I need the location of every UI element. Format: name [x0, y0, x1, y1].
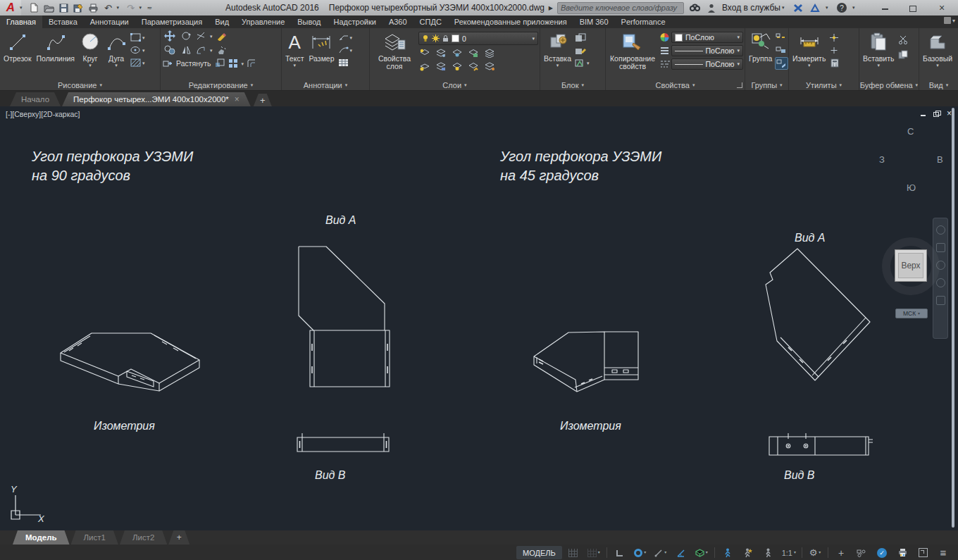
save-as-button[interactable]	[73, 2, 85, 13]
scale-icon[interactable]	[213, 58, 225, 69]
layer-lock-tool-icon[interactable]	[467, 47, 479, 58]
copy-clip-icon[interactable]	[897, 49, 909, 60]
doc-minimize-icon[interactable]	[920, 111, 927, 117]
viewcube-south[interactable]: Ю	[907, 182, 916, 193]
restore-button[interactable]	[909, 4, 919, 12]
layer-select-combo[interactable]: 0 ▾	[418, 32, 538, 45]
app-store-dropdown-icon[interactable]: ▾	[826, 5, 831, 11]
new-drawing-tab-button[interactable]: +	[254, 94, 272, 106]
application-menu-arrow-icon[interactable]: ▾	[20, 5, 23, 11]
rotate-icon[interactable]	[180, 30, 192, 42]
workspace-switching-button[interactable]: ⚙▾	[806, 546, 824, 559]
layout-tab-list1[interactable]: Лист1	[71, 530, 118, 545]
infer-constraints-button[interactable]	[611, 546, 629, 559]
fillet-dropdown-icon[interactable]: ▾	[210, 48, 213, 53]
autodesk-exchange-icon[interactable]	[792, 2, 804, 13]
leader-dropdown-icon[interactable]: ▾	[350, 35, 353, 40]
isodraft-button[interactable]: ▾	[692, 546, 711, 559]
ribbon-minimize-icon[interactable]	[944, 17, 951, 24]
panel-label-block[interactable]: Блок▾	[540, 80, 605, 90]
tab-vyvod[interactable]: Вывод	[291, 15, 327, 28]
measure-dropdown-icon[interactable]: ▾	[808, 63, 811, 68]
insert-block-button[interactable]: Вставка ▾	[542, 30, 573, 68]
dynamic-input-button[interactable]: ▾	[631, 546, 649, 559]
insert-block-dropdown-icon[interactable]: ▾	[556, 63, 559, 68]
canvas-scroll-strip[interactable]	[952, 108, 954, 528]
isodraft-dropdown-icon[interactable]: ▾	[706, 550, 708, 555]
layer-combo-arrow-icon[interactable]: ▾	[532, 36, 535, 42]
arc-dropdown-icon[interactable]: ▾	[115, 63, 118, 68]
graphics-performance-button[interactable]: ✓	[873, 546, 891, 559]
layer-color-swatch[interactable]	[452, 35, 459, 42]
ortho-mode-button[interactable]: ▾	[652, 546, 670, 559]
layer-freeze-tool-icon[interactable]	[451, 47, 463, 58]
layout-tab-list2[interactable]: Лист2	[120, 530, 167, 545]
copy-icon[interactable]	[162, 44, 178, 56]
ellipse-dropdown-icon[interactable]: ▾	[142, 48, 145, 53]
tab-vstavka[interactable]: Вставка	[42, 15, 84, 28]
mleader-icon[interactable]	[337, 44, 349, 56]
viewcube-wcs-menu[interactable]: МСК▾	[895, 309, 928, 318]
layer-make-current-icon[interactable]	[418, 61, 430, 72]
nav-pan-icon[interactable]	[936, 243, 945, 252]
help-search-input[interactable]	[557, 2, 684, 14]
layer-lock-icon[interactable]	[442, 35, 449, 42]
drawing-view-a-45[interactable]	[757, 244, 873, 385]
layer-freeze-icon[interactable]	[432, 35, 440, 42]
base-view-dropdown-icon[interactable]: ▾	[936, 63, 939, 68]
snap-dropdown-icon[interactable]: ▾	[598, 550, 600, 555]
navigation-bar[interactable]	[933, 218, 948, 339]
arc-button[interactable]: Дуга ▾	[104, 30, 129, 68]
text-dropdown-icon[interactable]: ▾	[293, 63, 296, 68]
ucs-icon[interactable]: Y X	[4, 483, 54, 526]
drawing-iso-90[interactable]	[41, 316, 210, 401]
open-file-button[interactable]	[43, 2, 56, 13]
drawing-iso-45[interactable]	[532, 321, 645, 395]
edit-block-icon[interactable]	[574, 44, 586, 56]
viewport-view-control[interactable]: [Сверху]	[12, 110, 41, 118]
table-icon[interactable]	[337, 57, 349, 68]
rectangle-icon[interactable]	[130, 32, 142, 43]
linetype-combo[interactable]: ПоСлою▾	[671, 58, 743, 70]
array-icon[interactable]	[228, 58, 240, 69]
drawing-view-b-90[interactable]	[293, 431, 395, 456]
group-selection-toggle-icon[interactable]	[775, 57, 788, 70]
application-menu-button[interactable]: A	[0, 0, 21, 15]
paste-button[interactable]: Вставить ▾	[861, 30, 897, 68]
viewcube-north[interactable]: С	[907, 126, 914, 137]
circle-dropdown-icon[interactable]: ▾	[89, 63, 92, 68]
id-point-icon[interactable]	[828, 32, 840, 43]
block-attributes-icon[interactable]	[574, 57, 586, 68]
panel-label-groups[interactable]: Группы▾	[745, 80, 788, 90]
new-layout-button[interactable]: +	[168, 530, 189, 545]
doc-restore-icon[interactable]	[933, 111, 940, 117]
panel-label-view[interactable]: Вид▾	[919, 80, 958, 90]
panel-label-annotation[interactable]: Аннотации▾	[282, 80, 369, 90]
cut-icon[interactable]	[897, 34, 909, 45]
layer-unlock-icon[interactable]	[467, 61, 479, 72]
model-space-button[interactable]: МОДЕЛЬ	[516, 546, 562, 559]
workspace-dropdown-icon[interactable]: ▾	[819, 550, 821, 555]
dimension-button[interactable]: Размер	[306, 30, 336, 63]
color-wheel-icon[interactable]	[659, 32, 671, 43]
linetype-icon[interactable]	[659, 58, 671, 70]
layout-tab-model[interactable]: Модель	[13, 530, 70, 545]
viewcube-east[interactable]: В	[937, 154, 943, 165]
properties-dialog-launcher-icon[interactable]	[737, 82, 742, 88]
mirror-icon[interactable]	[180, 44, 192, 56]
erase-icon[interactable]	[216, 30, 228, 42]
undo-button[interactable]: ↶	[102, 2, 115, 13]
line-button[interactable]: Отрезок	[1, 30, 34, 63]
panel-label-draw[interactable]: Рисование▾	[0, 80, 160, 90]
viewport-menu-control[interactable]: [-]	[6, 110, 12, 118]
point-style-icon[interactable]	[828, 44, 840, 56]
object-color-combo[interactable]: ПоСлою▾	[671, 32, 743, 43]
nav-orbit-icon[interactable]	[936, 278, 945, 287]
undo-dropdown-icon[interactable]: ▾	[117, 5, 123, 11]
help-dropdown-icon[interactable]: ▾	[852, 5, 858, 11]
tab-recommended-apps[interactable]: Рекомендованные приложения	[448, 15, 573, 28]
annotation-people-button[interactable]	[759, 546, 778, 559]
redo-dropdown-icon[interactable]: ▾	[139, 5, 145, 11]
help-icon[interactable]: ?	[835, 2, 848, 13]
layer-prev-icon[interactable]	[451, 61, 463, 72]
